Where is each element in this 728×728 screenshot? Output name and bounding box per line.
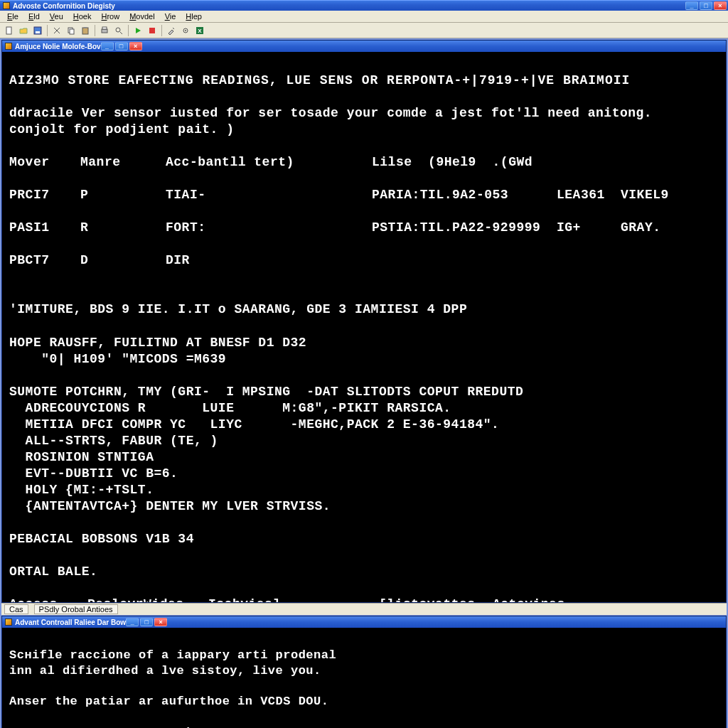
child-maximize-button[interactable]: □	[115, 42, 128, 50]
text-line: HOLY {MI:-+TSLT.	[9, 483, 154, 497]
app-icon	[3, 2, 10, 9]
text-line: ADRECOUYCIONS R LUIE M:G8",-PIKIT RARSIC…	[9, 401, 451, 415]
tool-cut-icon[interactable]	[50, 24, 63, 37]
tool-paste-icon[interactable]	[79, 24, 92, 37]
statusbar: Cas PSdly Orobal Antioes	[1, 603, 727, 615]
table-row: PBCT7DDIR	[9, 252, 719, 269]
table-row: PRCI7PTIAI-PARIA:TIL.9A2-053LEA361VIKEL9	[9, 187, 719, 203]
svg-rect-8	[102, 27, 107, 29]
text-line: HOPE RAUSFF, FUILITND AT BNESF D1 D32	[9, 336, 306, 350]
menu-item[interactable]: Ele	[3, 12, 23, 21]
tool-open-icon[interactable]	[17, 24, 30, 37]
tool-stop-icon[interactable]	[146, 24, 159, 37]
text-line: ORTAL BALE.	[9, 564, 97, 579]
tool-copy-icon[interactable]	[65, 24, 77, 37]
terminal-lower[interactable]: Sснifle raccione of a iарраrу arti prоdе…	[2, 628, 726, 728]
menu-item[interactable]: Hrow	[97, 12, 124, 21]
svg-rect-6	[84, 27, 87, 28]
table-header: MoverManreAcc-bantll tert)Lilse (9Hel9 .…	[9, 154, 719, 171]
toolbar-separator	[95, 25, 95, 36]
child-titlebar: Amjuce Nolie Molofe-Bov _ □ ×	[2, 41, 726, 52]
maximize-button[interactable]: □	[700, 1, 712, 10]
text-line: SUMOTE POTCHRN, TMY (GRI- I MPSING -DAT …	[9, 385, 523, 399]
banner-line: AIZ3MO STORE EAFECTING READINGS, LUE SEN…	[9, 73, 630, 87]
text-line: ROSINION STNTIGA	[9, 450, 154, 464]
toolbar-separator	[47, 25, 48, 36]
tool-print-icon[interactable]	[98, 24, 111, 37]
text-line: PEBACIAL BOBSONS V1B 34	[9, 532, 194, 546]
text-line: inn al difierdhed a lve sistoy, live you…	[9, 664, 321, 678]
toolbar-separator	[128, 25, 129, 36]
child-maximize-button[interactable]: □	[140, 618, 153, 626]
text-line: -MIS RIFORTILNG TO CIMGiVE - CDB	[9, 726, 260, 729]
window-buttons: _ □ ×	[685, 1, 727, 10]
intro-line: conjolt for podjient pait. )	[9, 122, 234, 136]
text-line: EVT--DUBTII VC B=6.	[9, 466, 178, 481]
text-line: {ANTENTAVTCA+} DENTER MY LVER STRVISS.	[9, 499, 331, 513]
child-minimize-button[interactable]: _	[101, 42, 114, 50]
menu-item[interactable]: Movdel	[125, 12, 159, 21]
child-app-icon	[5, 619, 12, 626]
tool-save-icon[interactable]	[31, 24, 44, 37]
child-minimize-button[interactable]: _	[126, 618, 139, 626]
status-cell: PSdly Orobal Antioes	[34, 604, 118, 614]
tool-preview-icon[interactable]	[112, 24, 125, 37]
text-line: "0| H109' "MICODS =M639	[9, 352, 226, 366]
child-close-button[interactable]: ×	[154, 618, 167, 626]
text-line: ALL--STRTS, FABUR (TE, )	[9, 434, 218, 448]
app-titlebar: Advoste Confornition Diegisty _ □ ×	[0, 0, 728, 11]
child-app-icon	[5, 43, 12, 50]
menu-item[interactable]: Eld	[24, 12, 44, 21]
svg-point-12	[185, 30, 186, 31]
tool-new-icon[interactable]	[3, 24, 16, 37]
menu-item[interactable]: Hlep	[181, 12, 206, 21]
toolbar-separator	[161, 25, 162, 36]
status-cell: Cas	[4, 604, 28, 614]
terminal-main[interactable]: AIZ3MO STORE EAFECTING READINGS, LUE SEN…	[2, 52, 726, 602]
menu-item[interactable]: Hoek	[69, 12, 96, 21]
menubar: Ele Eld Veu Hoek Hrow Movdel Vie Hlep	[0, 11, 728, 23]
tool-tools-icon[interactable]	[165, 24, 178, 37]
table-header: AccessReslovrWidesIschvies][listovattesA…	[9, 596, 719, 602]
svg-rect-7	[102, 29, 107, 33]
svg-rect-10	[149, 28, 155, 33]
text-line: Sснifle raccione of a iарраrу arti prоdе…	[9, 648, 336, 662]
tool-excel-icon[interactable]: X	[193, 24, 206, 37]
tool-run-icon[interactable]	[132, 24, 144, 37]
svg-rect-2	[36, 31, 40, 33]
svg-text:X: X	[198, 28, 202, 34]
text-line: Anser the patiar ar aufurthoe in VCDS DO…	[9, 695, 328, 708]
menu-item[interactable]: Vie	[161, 12, 181, 21]
child-titlebar: Advant Controall Raliee Dar Bow _ □ ×	[2, 616, 726, 628]
tool-settings-icon[interactable]	[179, 24, 192, 37]
table-row: PASI1RFORT:PSTIA:TIL.PA22-929999IG+GRAY.	[9, 220, 719, 236]
minimize-button[interactable]: _	[685, 1, 698, 10]
svg-rect-0	[6, 27, 11, 34]
text-line: 'IMITURE, BDS 9 IIE. I.IT o SAARANG, GDE…	[9, 302, 467, 316]
child-title-text: Amjuce Nolie Molofe-Bov	[15, 43, 101, 50]
child-window-lower: Advant Controall Raliee Dar Bow _ □ × Sс…	[1, 616, 727, 728]
toolbar: X	[0, 23, 728, 38]
text-line: METIIA DFCI COMPR YC LIYC -MEGHC,PACK 2 …	[9, 417, 499, 432]
svg-rect-5	[82, 28, 88, 34]
child-window-main: Amjuce Nolie Molofe-Bov _ □ × AIZ3MO STO…	[1, 40, 727, 603]
close-button[interactable]: ×	[714, 1, 727, 10]
menu-item[interactable]: Veu	[46, 12, 68, 21]
child-title-text: Advant Controall Raliee Dar Bow	[15, 619, 126, 626]
intro-line: ddracile Ver sensor iusted for ser tosad…	[9, 106, 652, 120]
svg-point-9	[116, 28, 120, 32]
app-title: Advoste Confornition Diegisty	[13, 2, 115, 10]
child-close-button[interactable]: ×	[129, 42, 142, 50]
svg-rect-4	[70, 29, 74, 34]
mdi-area: Amjuce Nolie Molofe-Bov _ □ × AIZ3MO STO…	[0, 38, 728, 728]
